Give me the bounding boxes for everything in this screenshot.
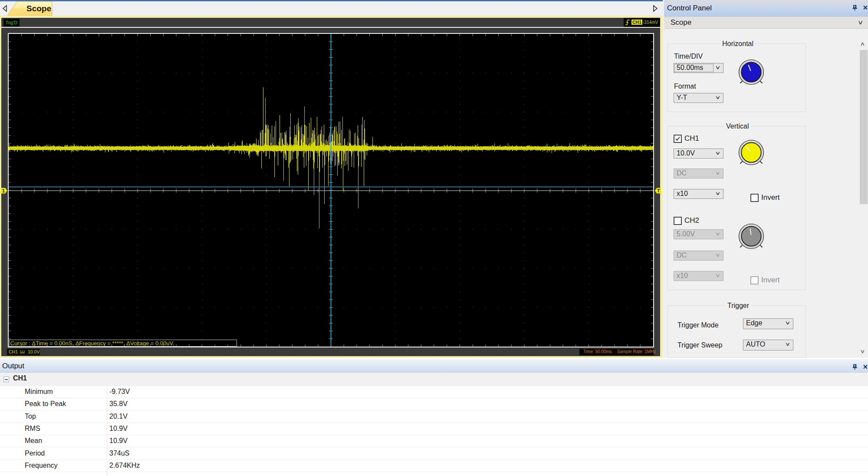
svg-text:1: 1: [2, 188, 5, 193]
svg-text:T: T: [657, 188, 660, 193]
svg-text:Cursor : ΔTime = 0.00nS, ΔFreq: Cursor : ΔTime = 0.00nS, ΔFrequency = **…: [10, 340, 174, 347]
